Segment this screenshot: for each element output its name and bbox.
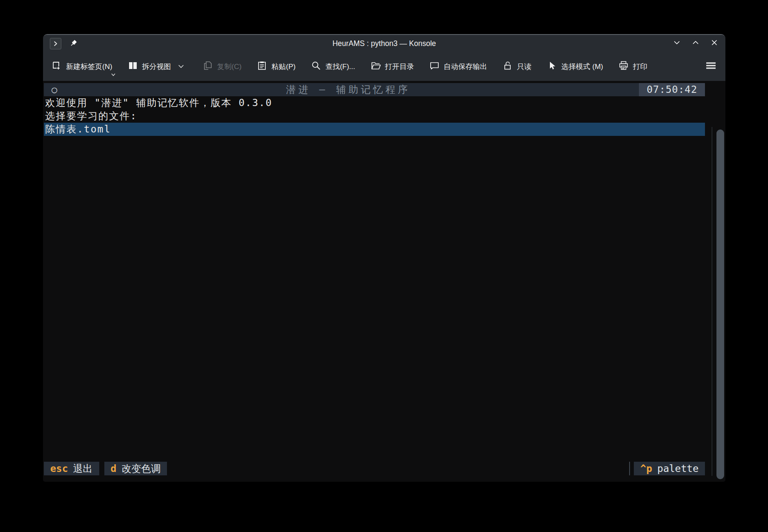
toolbar: 新建标签页(N) 拆分视图 复制(C) 粘贴(P) xyxy=(43,52,725,81)
chevron-down-icon xyxy=(673,39,681,48)
window-title: HeurAMS : python3 — Konsole xyxy=(43,39,725,48)
pin-icon[interactable] xyxy=(69,39,78,48)
minimize-button[interactable] xyxy=(673,39,681,48)
titlebar[interactable]: HeurAMS : python3 — Konsole xyxy=(43,35,725,52)
chevron-down-icon xyxy=(178,62,184,71)
read-only-label: 只读 xyxy=(517,62,532,72)
open-directory-button[interactable]: 打开目录 xyxy=(371,60,414,73)
close-button[interactable] xyxy=(710,39,719,48)
new-tab-button[interactable]: 新建标签页(N) xyxy=(52,60,112,73)
split-view-button[interactable]: 拆分视图 xyxy=(128,60,184,73)
scrollbar-track-divider xyxy=(712,127,712,476)
key-description: palette xyxy=(657,462,699,475)
terminal-line-welcome: 欢迎使用 "潜进" 辅助记忆软件，版本 0.3.0 xyxy=(44,96,705,109)
speech-bubble-icon xyxy=(429,60,440,73)
key-label: esc xyxy=(50,462,68,475)
tui-header: ○ 潜进 – 辅助记忆程序 07:50:42 xyxy=(44,83,705,96)
autosave-output-label: 自动保存输出 xyxy=(444,62,487,72)
copy-button[interactable]: 复制(C) xyxy=(203,60,242,73)
tui-footer: esc 退出 d 改变色调 ^p palette xyxy=(44,462,705,475)
keybinding-change-theme[interactable]: d 改变色调 xyxy=(104,462,167,475)
copy-label: 复制(C) xyxy=(217,62,242,72)
find-label: 查找(F)... xyxy=(325,62,355,72)
paste-icon xyxy=(257,60,267,73)
key-label: ^p xyxy=(640,462,652,475)
hamburger-menu-icon xyxy=(705,60,717,73)
unlock-icon xyxy=(503,60,513,73)
open-folder-icon xyxy=(371,60,381,73)
footer-divider xyxy=(629,462,630,475)
print-label: 打印 xyxy=(633,62,647,72)
konsole-terminal-icon[interactable] xyxy=(50,38,61,49)
open-directory-label: 打开目录 xyxy=(385,62,414,72)
status-circle-icon: ○ xyxy=(52,83,57,96)
paste-button[interactable]: 粘贴(P) xyxy=(257,60,296,73)
tui-app-title: 潜进 – 辅助记忆程序 xyxy=(57,83,639,96)
read-only-button[interactable]: 只读 xyxy=(503,60,532,73)
chevron-down-icon xyxy=(111,70,116,79)
paste-label: 粘贴(P) xyxy=(271,62,296,72)
terminal-display[interactable]: ○ 潜进 – 辅助记忆程序 07:50:42 欢迎使用 "潜进" 辅助记忆软件，… xyxy=(43,81,725,482)
terminal-line-prompt: 选择要学习的文件: xyxy=(44,109,705,123)
key-description: 改变色调 xyxy=(121,462,161,475)
terminal-empty-area xyxy=(44,136,705,462)
konsole-window: HeurAMS : python3 — Konsole xyxy=(43,34,725,482)
scrollbar[interactable] xyxy=(716,129,724,479)
chevron-up-icon xyxy=(692,39,699,48)
split-view-label: 拆分视图 xyxy=(142,62,171,72)
find-button[interactable]: 查找(F)... xyxy=(311,60,355,73)
keybinding-escape[interactable]: esc 退出 xyxy=(44,462,99,475)
key-label: d xyxy=(111,462,117,475)
select-mode-button[interactable]: 选择模式 (M) xyxy=(547,60,603,73)
key-description: 退出 xyxy=(73,462,93,475)
file-list-item-selected[interactable]: 陈情表.toml xyxy=(44,123,705,136)
copy-icon xyxy=(203,60,213,73)
new-tab-label: 新建标签页(N) xyxy=(66,62,112,72)
keybinding-command-palette[interactable]: ^p palette xyxy=(634,462,705,475)
print-button[interactable]: 打印 xyxy=(618,60,647,73)
maximize-button[interactable] xyxy=(691,39,700,48)
new-tab-icon xyxy=(52,60,62,73)
autosave-output-button[interactable]: 自动保存输出 xyxy=(429,60,487,73)
tui-clock: 07:50:42 xyxy=(639,83,705,96)
search-icon xyxy=(311,60,321,73)
hamburger-menu-button[interactable] xyxy=(705,60,717,73)
printer-icon xyxy=(618,60,629,73)
close-icon xyxy=(710,39,718,48)
select-mode-label: 选择模式 (M) xyxy=(561,62,603,72)
cursor-arrow-icon xyxy=(547,60,557,73)
split-view-icon xyxy=(128,60,138,73)
